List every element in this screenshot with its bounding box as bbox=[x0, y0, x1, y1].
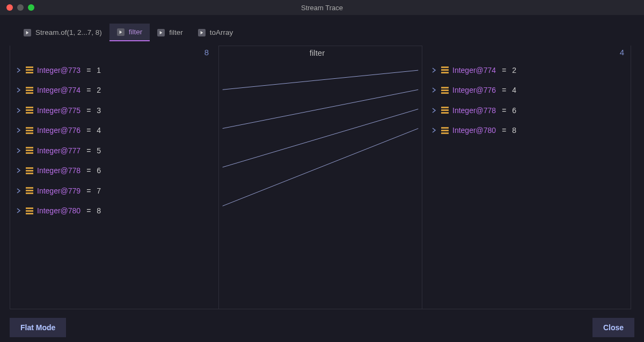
object-value: 8 bbox=[512, 126, 516, 135]
expand-icon[interactable] bbox=[432, 126, 437, 135]
input-item[interactable]: Integer@776 = 4 bbox=[17, 121, 215, 141]
equals-sign: = bbox=[84, 146, 93, 155]
object-icon bbox=[441, 127, 449, 134]
tab-label: toArray bbox=[210, 28, 233, 36]
window-title: Stream Trace bbox=[0, 4, 644, 12]
trace-content: 8 Integer@773 = 1 Integer@774 = 2 Intege… bbox=[0, 41, 644, 314]
object-name: Integer@777 bbox=[37, 146, 80, 155]
window-minimize-button[interactable] bbox=[17, 4, 24, 11]
equals-sign: = bbox=[84, 187, 93, 195]
output-item[interactable]: Integer@778 = 6 bbox=[432, 100, 631, 121]
object-icon bbox=[26, 187, 33, 194]
play-icon bbox=[117, 28, 125, 36]
object-name: Integer@780 bbox=[37, 206, 80, 215]
object-value: 2 bbox=[512, 66, 516, 75]
object-value: 3 bbox=[97, 106, 101, 115]
object-icon bbox=[441, 87, 449, 94]
object-icon bbox=[26, 66, 33, 73]
input-item[interactable]: Integer@779 = 7 bbox=[17, 181, 215, 201]
equals-sign: = bbox=[84, 166, 93, 175]
object-icon bbox=[441, 66, 449, 73]
object-name: Integer@775 bbox=[37, 106, 80, 115]
expand-icon[interactable] bbox=[432, 106, 437, 115]
tab-2[interactable]: filter bbox=[150, 24, 191, 41]
close-button[interactable]: Close bbox=[592, 318, 634, 337]
expand-icon[interactable] bbox=[17, 86, 22, 94]
svg-line-3 bbox=[223, 129, 419, 206]
object-name: Integer@779 bbox=[37, 187, 80, 195]
equals-sign: = bbox=[84, 66, 93, 75]
operation-label: filter bbox=[219, 46, 422, 61]
object-icon bbox=[26, 207, 33, 214]
equals-sign: = bbox=[500, 106, 508, 115]
object-name: Integer@776 bbox=[452, 86, 496, 94]
expand-icon[interactable] bbox=[432, 66, 437, 75]
equals-sign: = bbox=[500, 66, 508, 75]
output-item[interactable]: Integer@780 = 8 bbox=[432, 121, 631, 141]
input-item[interactable]: Integer@780 = 8 bbox=[17, 201, 215, 221]
object-icon bbox=[26, 87, 33, 94]
object-icon bbox=[26, 107, 33, 114]
object-value: 1 bbox=[97, 66, 101, 75]
equals-sign: = bbox=[500, 126, 508, 135]
output-count: 4 bbox=[432, 46, 631, 60]
expand-icon[interactable] bbox=[17, 126, 22, 135]
expand-icon[interactable] bbox=[17, 106, 22, 115]
input-item[interactable]: Integer@778 = 6 bbox=[17, 161, 215, 181]
svg-line-0 bbox=[223, 70, 419, 90]
object-value: 8 bbox=[97, 206, 101, 215]
input-count: 8 bbox=[17, 46, 215, 60]
mapping-lines bbox=[219, 46, 422, 309]
dialog-footer: Flat Mode Close bbox=[0, 313, 644, 342]
object-name: Integer@778 bbox=[37, 166, 80, 175]
equals-sign: = bbox=[84, 86, 93, 94]
output-item[interactable]: Integer@776 = 4 bbox=[432, 80, 631, 101]
object-value: 5 bbox=[97, 146, 101, 155]
window-zoom-button[interactable] bbox=[28, 4, 34, 11]
object-name: Integer@773 bbox=[37, 66, 80, 75]
output-column: 4 Integer@774 = 2 Integer@776 = 4 Intege… bbox=[422, 46, 631, 309]
input-item[interactable]: Integer@777 = 5 bbox=[17, 140, 215, 161]
output-item[interactable]: Integer@774 = 2 bbox=[432, 60, 631, 80]
tab-label: Stream.of(1, 2...7, 8) bbox=[35, 28, 102, 36]
flat-mode-button[interactable]: Flat Mode bbox=[10, 318, 66, 337]
object-icon bbox=[441, 107, 449, 114]
operation-column: filter bbox=[219, 46, 422, 309]
equals-sign: = bbox=[500, 86, 508, 94]
object-value: 4 bbox=[97, 126, 101, 135]
svg-line-2 bbox=[223, 109, 419, 167]
input-item[interactable]: Integer@774 = 2 bbox=[17, 80, 215, 101]
tab-label: filter bbox=[169, 28, 183, 36]
object-value: 6 bbox=[97, 166, 101, 175]
object-value: 4 bbox=[512, 86, 516, 94]
expand-icon[interactable] bbox=[432, 86, 437, 94]
object-icon bbox=[26, 127, 33, 134]
object-name: Integer@776 bbox=[37, 126, 80, 135]
tab-0[interactable]: Stream.of(1, 2...7, 8) bbox=[16, 24, 109, 41]
object-name: Integer@774 bbox=[37, 86, 80, 94]
equals-sign: = bbox=[84, 106, 93, 115]
object-value: 6 bbox=[512, 106, 516, 115]
object-icon bbox=[26, 147, 33, 154]
expand-icon[interactable] bbox=[17, 146, 22, 155]
play-icon bbox=[157, 29, 165, 36]
object-icon bbox=[26, 167, 33, 174]
traffic-lights bbox=[0, 4, 34, 11]
expand-icon[interactable] bbox=[17, 166, 22, 175]
object-name: Integer@780 bbox=[452, 126, 496, 135]
equals-sign: = bbox=[84, 126, 93, 135]
play-icon bbox=[198, 29, 206, 36]
window-close-button[interactable] bbox=[6, 4, 13, 11]
svg-line-1 bbox=[223, 90, 419, 128]
tab-3[interactable]: toArray bbox=[191, 24, 241, 41]
expand-icon[interactable] bbox=[17, 206, 22, 215]
tab-label: filter bbox=[129, 28, 143, 36]
input-item[interactable]: Integer@775 = 3 bbox=[17, 100, 215, 121]
expand-icon[interactable] bbox=[17, 187, 22, 195]
tab-1[interactable]: filter bbox=[109, 24, 150, 41]
titlebar: Stream Trace bbox=[0, 0, 644, 15]
object-name: Integer@774 bbox=[452, 66, 496, 75]
input-item[interactable]: Integer@773 = 1 bbox=[17, 60, 215, 80]
expand-icon[interactable] bbox=[17, 66, 22, 75]
play-icon bbox=[24, 29, 31, 36]
